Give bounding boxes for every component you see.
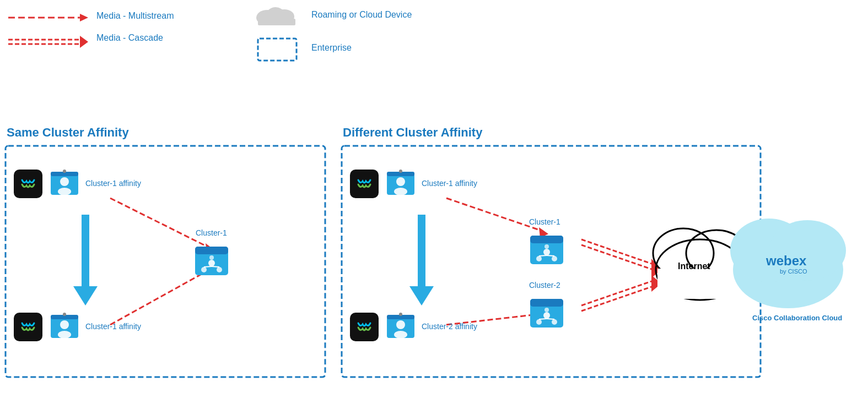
same-cluster1-label: Cluster-1 [196,228,227,237]
svg-line-80 [539,319,547,319]
svg-point-69 [543,249,550,255]
enterprise-legend-label: Enterprise [311,43,352,53]
svg-point-50 [208,260,215,266]
svg-point-74 [544,244,549,249]
same-cluster-title: Same Cluster Affinity [7,125,129,140]
svg-point-59 [396,177,405,186]
svg-rect-33 [657,269,743,299]
cisco-sub-label: by CISCO [780,268,807,275]
svg-point-71 [552,256,557,261]
svg-point-61 [399,170,402,173]
diff-webex-device-2 [350,313,379,341]
svg-line-54 [212,266,219,267]
svg-point-46 [58,331,71,339]
svg-point-77 [543,312,550,319]
svg-line-27 [581,281,653,305]
internet-label: Internet [678,261,710,271]
device1-same-affinity: Cluster-1 affinity [85,179,141,188]
diff-user-device-2 [386,313,416,342]
svg-point-60 [394,188,407,195]
svg-point-40 [60,177,69,186]
user-device-2 [50,313,79,342]
svg-rect-9 [258,39,296,61]
svg-line-24 [581,239,653,264]
cluster1-server-same [193,242,230,280]
user-device-1 [50,170,79,199]
svg-marker-4 [80,36,88,48]
diff-device2-affinity: Cluster-2 affinity [422,322,477,331]
svg-point-78 [536,319,542,325]
webex-device-1 [14,170,42,198]
multistream-legend-label: Media - Multistream [96,11,174,21]
svg-point-66 [399,313,402,316]
svg-line-72 [539,255,547,256]
svg-line-73 [547,255,554,256]
svg-marker-26 [651,259,661,278]
svg-point-51 [201,267,207,272]
svg-point-55 [209,255,214,260]
svg-marker-15 [409,286,434,305]
diff-webex-device-1 [350,170,379,198]
svg-point-42 [63,170,66,173]
svg-point-5 [256,10,278,25]
svg-line-20 [446,198,543,231]
svg-point-7 [274,9,294,24]
svg-point-47 [63,313,66,316]
svg-line-16 [110,198,209,248]
svg-point-82 [544,308,549,312]
cluster2-server-diff [528,294,565,332]
diff-cluster1-label: Cluster-1 [529,217,560,226]
cluster1-server-diff [528,231,565,269]
svg-line-81 [547,319,554,319]
svg-line-28 [581,286,653,311]
svg-point-6 [267,7,284,21]
webex-device-2 [14,313,42,341]
svg-line-53 [204,266,212,267]
svg-marker-29 [651,275,661,292]
cascade-legend-label: Media - Cascade [96,33,163,43]
svg-rect-14 [418,215,425,286]
diff-cluster-title: Different Cluster Affinity [343,125,482,140]
svg-point-64 [396,320,405,329]
roaming-legend-label: Roaming or Cloud Device [311,10,412,20]
device2-same-affinity: Cluster-1 affinity [85,322,141,331]
svg-line-25 [581,245,653,270]
svg-point-52 [217,267,222,272]
svg-point-79 [552,319,557,325]
diff-device1-affinity: Cluster-1 affinity [422,179,477,188]
webex-brand-label: webex [766,253,806,269]
svg-rect-12 [82,215,89,286]
cisco-cloud-label: Cisco Collaboration Cloud [752,314,842,322]
svg-rect-49 [195,247,228,254]
svg-marker-1 [80,14,88,21]
diff-user-device-1 [386,170,416,199]
svg-rect-76 [530,299,563,307]
svg-point-45 [60,320,69,329]
svg-point-41 [58,188,71,195]
svg-point-65 [394,331,407,339]
svg-point-70 [536,256,542,261]
svg-marker-13 [73,286,98,305]
svg-rect-8 [258,19,295,25]
svg-rect-68 [530,236,563,243]
diff-cluster2-label: Cluster-2 [529,281,560,290]
